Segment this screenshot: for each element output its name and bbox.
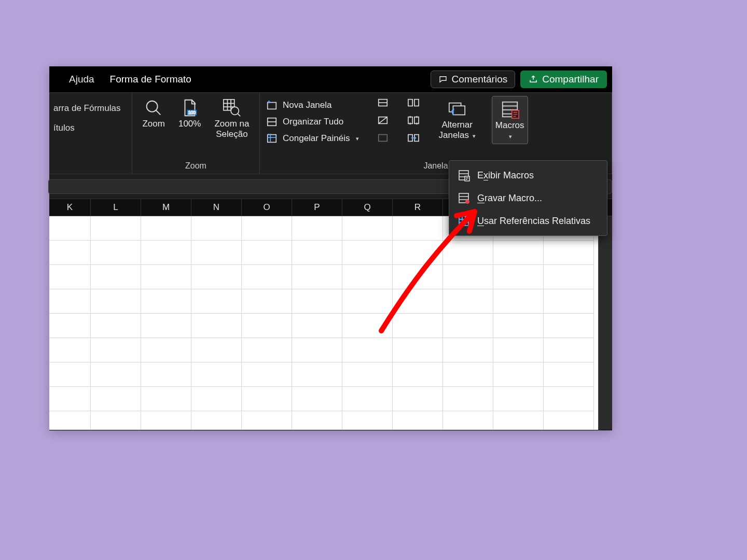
freeze-panes-button[interactable]: Congelar Painéis ▾ bbox=[264, 131, 361, 146]
macros-button[interactable]: Macros▾ bbox=[492, 96, 528, 144]
column-header[interactable]: R bbox=[393, 199, 443, 216]
view-macros-icon bbox=[458, 169, 470, 181]
column-header[interactable]: M bbox=[141, 199, 191, 216]
record-macro-item[interactable]: Gravar Macro... bbox=[449, 187, 607, 209]
zoom-100-button[interactable]: 100 100% bbox=[175, 96, 204, 131]
column-header[interactable]: Q bbox=[342, 199, 393, 216]
ribbon-tab-bar: Ajuda Forma de Formato Comentários Compa… bbox=[49, 66, 612, 92]
tab-help[interactable]: Ajuda bbox=[68, 71, 95, 88]
comments-button[interactable]: Comentários bbox=[431, 71, 516, 88]
comments-label: Comentários bbox=[452, 74, 508, 85]
macros-icon bbox=[500, 100, 520, 119]
view-side-by-side-button[interactable] bbox=[407, 96, 420, 109]
column-header[interactable]: K bbox=[49, 199, 91, 216]
sync-scroll-button[interactable] bbox=[407, 114, 420, 127]
macros-dropdown: Exibir Macros Gravar Macro... Usar Refer… bbox=[449, 160, 607, 236]
reset-window-button[interactable] bbox=[407, 131, 420, 145]
svg-point-23 bbox=[465, 200, 469, 204]
new-window-icon bbox=[266, 100, 278, 111]
hide-button[interactable] bbox=[376, 114, 390, 127]
column-header[interactable]: O bbox=[242, 199, 292, 216]
use-relative-refs-item[interactable]: Usar Referências Relativas bbox=[449, 209, 607, 232]
svg-point-0 bbox=[147, 101, 158, 112]
zoom-selection-icon bbox=[222, 98, 242, 118]
group-show-label bbox=[53, 171, 128, 172]
formula-bar-checkbox-label[interactable]: arra de Fórmulas bbox=[53, 103, 120, 114]
switch-windows-icon bbox=[447, 99, 467, 119]
share-icon bbox=[529, 75, 538, 84]
page-100-icon: 100 bbox=[180, 98, 200, 118]
zoom-selection-button[interactable]: Zoom naSeleção bbox=[211, 96, 252, 142]
svg-rect-13 bbox=[408, 117, 412, 124]
zoom-button[interactable]: Zoom bbox=[139, 96, 168, 131]
arrange-all-button[interactable]: Organizar Tudo bbox=[264, 115, 361, 129]
magnifier-icon bbox=[144, 98, 163, 118]
svg-rect-12 bbox=[414, 100, 419, 106]
unhide-button[interactable] bbox=[376, 131, 390, 145]
column-header[interactable]: L bbox=[91, 199, 141, 216]
comment-icon bbox=[438, 75, 448, 84]
svg-rect-24 bbox=[459, 216, 468, 226]
share-label: Compartilhar bbox=[542, 74, 599, 85]
share-button[interactable]: Compartilhar bbox=[520, 71, 607, 88]
arrange-all-icon bbox=[266, 116, 278, 128]
svg-rect-5 bbox=[268, 103, 276, 109]
excel-window: Ajuda Forma de Formato Comentários Compa… bbox=[49, 66, 612, 430]
group-zoom-label: Zoom bbox=[136, 161, 255, 172]
freeze-panes-icon bbox=[266, 133, 278, 144]
new-window-button[interactable]: Nova Janela bbox=[264, 98, 361, 113]
svg-point-4 bbox=[231, 107, 239, 115]
view-macros-item[interactable]: Exibir Macros bbox=[449, 164, 607, 187]
svg-rect-11 bbox=[408, 100, 412, 106]
column-header[interactable]: P bbox=[292, 199, 342, 216]
split-button[interactable] bbox=[376, 96, 390, 109]
tab-format-shape[interactable]: Forma de Formato bbox=[109, 71, 192, 88]
svg-text:100: 100 bbox=[188, 110, 196, 115]
headings-checkbox-label[interactable]: ítulos bbox=[53, 123, 120, 133]
relative-refs-icon bbox=[458, 215, 470, 227]
switch-windows-button[interactable]: AlternarJanelas ▾ bbox=[435, 96, 478, 143]
svg-rect-7 bbox=[268, 135, 276, 143]
svg-rect-14 bbox=[414, 117, 419, 124]
column-header[interactable]: N bbox=[191, 199, 242, 216]
chevron-down-icon: ▾ bbox=[356, 135, 359, 142]
spreadsheet-grid[interactable] bbox=[49, 216, 612, 430]
svg-rect-10 bbox=[379, 135, 388, 142]
record-macro-icon bbox=[458, 192, 470, 204]
svg-rect-18 bbox=[453, 106, 465, 115]
